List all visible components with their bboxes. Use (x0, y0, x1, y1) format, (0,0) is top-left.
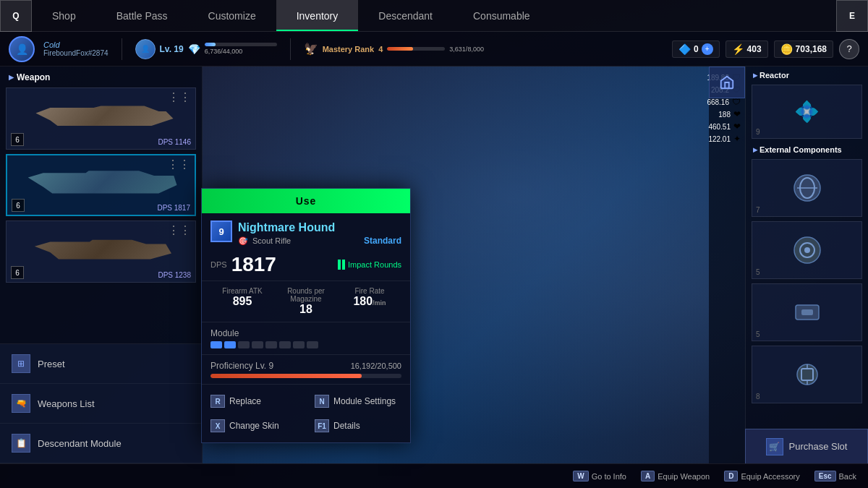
module-settings-action[interactable]: N Module Settings (306, 389, 410, 414)
module-label: Module (210, 328, 401, 338)
weapon-slot-2[interactable]: ⋮⋮ 6 DPS 1817 (6, 154, 196, 216)
use-button[interactable]: Use (202, 189, 410, 213)
details-action[interactable]: F1 Details (306, 414, 410, 438)
stat-value-5: 460.51 (708, 123, 731, 131)
preset-button[interactable]: ⊞ Preset (0, 344, 202, 384)
proficiency-bar-bg (210, 374, 401, 378)
currency-purple-add[interactable]: + (702, 43, 713, 55)
stat-row-3: 668.16 🛡 (713, 97, 741, 107)
currency-gold: 🪙 703,168 (774, 40, 833, 58)
key-esc: Esc (814, 471, 836, 481)
weapon1-dps: DPS 1146 (158, 138, 191, 146)
weapon-3-image (30, 234, 171, 269)
module-dot-3 (238, 341, 250, 348)
popup-stats-row: Firearm ATK 895 Rounds per Magazine 18 F… (202, 281, 410, 322)
weapon-popup: Use 9 Nightmare Hound 🎯 Scout Rifle Stan… (201, 188, 411, 443)
mastery-rank: 4 (378, 45, 383, 53)
weapon1-menu-icon: ⋮⋮ (168, 90, 191, 104)
module-dots (210, 341, 401, 348)
reactor-label: Reactor (746, 67, 868, 82)
ext-slot-3[interactable]: 5 (752, 283, 862, 341)
nav-tab-descendant[interactable]: Descendant (358, 0, 453, 31)
details-key: F1 (315, 419, 329, 432)
weapon1-slot-number: 6 (11, 133, 24, 146)
stat-row-4: 188 ❤ (713, 109, 741, 119)
popup-module-section: Module (202, 322, 410, 355)
module-settings-key: N (315, 395, 329, 408)
replace-label: Replace (229, 396, 261, 406)
weapons-list-label: Weapons List (38, 398, 95, 409)
weapon-1-image (29, 100, 174, 137)
stat-row-5: 460.51 ❤ (713, 121, 741, 132)
popup-weapon-type: Scout Rifle (252, 236, 291, 245)
nav-tab-battlepass[interactable]: Battle Pass (96, 0, 188, 31)
home-button[interactable] (709, 67, 745, 98)
replace-action[interactable]: R Replace (202, 389, 306, 414)
change-skin-key: X (210, 419, 225, 432)
impact-bars (338, 260, 345, 270)
hint-equip-weapon-label: Equip Weapon (658, 472, 710, 481)
reactor-slot[interactable]: 💠 9 (752, 85, 862, 139)
weapon-slot-1[interactable]: ⋮⋮ 6 DPS 1146 (6, 87, 196, 150)
hint-back-label: Back (839, 472, 856, 481)
stat-value-4: 188 (718, 111, 731, 119)
replace-key: R (210, 395, 225, 408)
key-d: D (724, 471, 738, 481)
weapon-2-image (25, 166, 177, 204)
popup-weapon-grade: Standard (364, 236, 401, 246)
proficiency-bar-fill (210, 374, 362, 378)
module-dot-7 (293, 341, 305, 348)
mastery-icon: 🦅 (304, 42, 318, 56)
weapon-section-label: Weapon (0, 67, 202, 85)
ext-slot-3-number: 5 (756, 330, 760, 338)
descendant-module-button[interactable]: 📋 Descendant Module (0, 424, 202, 463)
help-button[interactable]: ? (839, 39, 859, 59)
impact-bar-2 (342, 260, 345, 270)
ext-slot-2[interactable]: 5 (752, 221, 862, 279)
impact-rounds: Impact Rounds (338, 260, 401, 270)
reactor-slot-number: 9 (756, 128, 760, 136)
stat-value-3: 668.16 (707, 98, 729, 106)
preset-label: Preset (38, 359, 65, 369)
hint-back: Esc Back (814, 471, 856, 481)
change-skin-label: Change Skin (229, 421, 279, 431)
ext-slot-4-number: 8 (756, 393, 760, 401)
ext-slot-1[interactable]: 7 (752, 159, 862, 217)
stat-row-6: 122.01 ✦ (713, 134, 741, 144)
weapons-list-button[interactable]: 🔫 Weapons List (0, 384, 202, 424)
nav-tab-consumable[interactable]: Consumable (453, 0, 550, 31)
nav-tab-inventory[interactable]: Inventory (276, 0, 359, 31)
stat-icon-5: ❤ (733, 121, 741, 132)
left-panel: Weapon ⋮⋮ 6 DPS 1146 ⋮⋮ 6 DPS 1817 ⋮⋮ 6 … (0, 67, 203, 463)
right-panel: Reactor 💠 9 External Components 7 5 5 (745, 67, 868, 463)
reactor-slot-icon: 💠 (794, 100, 820, 124)
hint-go-to-info-label: Go to Info (592, 472, 626, 481)
popup-dps-section: DPS 1817 Impact Rounds (202, 250, 410, 281)
purchase-slot-button[interactable]: 🛒 Purchase Slot (745, 429, 868, 463)
popup-stat-magazine: Rounds per Magazine 18 (274, 287, 338, 316)
weapon3-menu-icon: ⋮⋮ (168, 223, 191, 237)
nav-tabs: Shop Battle Pass Customize Inventory Des… (32, 0, 836, 31)
level-text: Lv. 19 (160, 44, 184, 54)
ext-slot-1-icon (791, 172, 823, 204)
nav-e-button[interactable]: E (836, 0, 868, 32)
weapon3-dps: DPS 1238 (158, 271, 191, 279)
user-name: Cold (43, 40, 109, 49)
fire-rate-unit: /min (373, 299, 386, 307)
popup-stat-atk: Firearm ATK 895 (210, 287, 274, 316)
weapon-slot-3[interactable]: ⋮⋮ 6 DPS 1238 (6, 221, 196, 283)
nav-tab-shop[interactable]: Shop (32, 0, 96, 31)
currency-section: 🔷 0 + ⚡ 403 🪙 703,168 ? (672, 39, 859, 59)
nav-tab-customize[interactable]: Customize (188, 0, 276, 31)
ext-slot-4[interactable]: 8 (752, 346, 862, 403)
change-skin-action[interactable]: X Change Skin (202, 414, 306, 438)
module-dot-1 (210, 341, 222, 348)
nav-q-button[interactable]: Q (0, 0, 32, 32)
firearm-atk-value: 895 (233, 295, 252, 308)
purchase-slot-label: Purchase Slot (789, 441, 848, 452)
external-components-label: External Components (746, 141, 868, 157)
magazine-label: Rounds per Magazine (274, 287, 338, 303)
proficiency-value: 16,192/20,500 (351, 361, 401, 370)
ext-slot-3-icon (791, 296, 823, 328)
popup-weapon-info: Nightmare Hound 🎯 Scout Rifle Standard (238, 221, 401, 246)
